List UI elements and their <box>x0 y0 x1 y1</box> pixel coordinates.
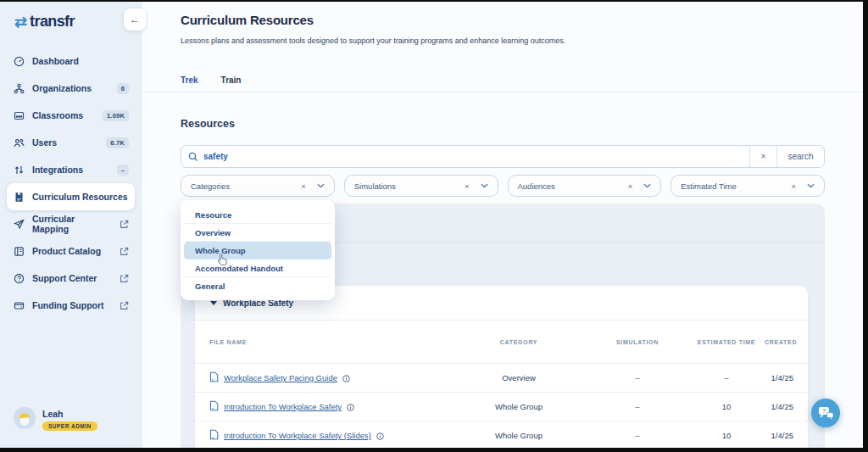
file-icon <box>209 428 219 444</box>
table-row: Workplace Safety Pacing Guide Overview –… <box>195 364 808 392</box>
avatar <box>14 407 36 432</box>
sidebar-item-label: Curricular Mapping <box>32 214 113 234</box>
frame-edge-top <box>0 0 868 2</box>
dropdown-option-resource[interactable]: Resource <box>184 206 331 224</box>
sidebar-item-label: Support Center <box>32 273 97 283</box>
dropdown-option-accomodated-handout[interactable]: Accomodated Handout <box>184 259 331 277</box>
filter-clear-icon[interactable]: × <box>301 181 306 191</box>
classrooms-icon <box>13 110 25 121</box>
sidebar-item-product-catalog[interactable]: Product Catalog <box>7 237 135 265</box>
organizations-count-badge: 6 <box>117 83 129 94</box>
cell-simulation: – <box>587 373 688 382</box>
search-input[interactable]: safety <box>203 152 228 161</box>
resources-heading: Resources <box>181 118 235 130</box>
filter-estimated-time[interactable]: Estimated Time × <box>670 175 825 197</box>
cell-category: Overview <box>451 373 587 382</box>
page-subtitle: Lessons plans and assessment tools desig… <box>181 36 565 45</box>
back-arrow-icon: ← <box>130 14 140 25</box>
cell-estimated-time: 10 <box>688 402 765 411</box>
info-icon[interactable] <box>376 428 384 444</box>
info-icon[interactable] <box>342 371 350 386</box>
tab-bar: Trek Train <box>181 75 241 85</box>
column-created: CREATED <box>765 339 797 345</box>
filter-clear-icon[interactable]: × <box>628 181 633 191</box>
cell-simulation: – <box>587 402 688 411</box>
search-clear-button[interactable]: × <box>749 146 776 167</box>
dropdown-option-general[interactable]: General <box>184 277 331 295</box>
frame-edge-bottom <box>0 448 868 452</box>
column-simulation: SIMULATION <box>587 339 688 345</box>
brand-name: transfr <box>30 13 75 31</box>
column-file-name: FILE NAME <box>209 339 451 345</box>
sidebar-item-classrooms[interactable]: Classrooms 1.09K <box>7 102 135 129</box>
user-profile[interactable]: Leah SUPER ADMIN <box>14 407 97 432</box>
sidebar-item-dashboard[interactable]: Dashboard <box>7 47 135 75</box>
user-role-badge: SUPER ADMIN <box>42 421 97 431</box>
sidebar-item-support-center[interactable]: Support Center <box>7 265 135 292</box>
cell-created: 1/4/25 <box>765 373 793 382</box>
table-row: Introduction To Workplace Safety Whole G… <box>195 393 808 421</box>
external-link-icon <box>120 301 129 310</box>
file-link[interactable]: Introduction To Workplace Safety (Slides… <box>224 431 371 440</box>
external-link-icon <box>120 247 129 256</box>
funding-support-icon <box>13 300 25 311</box>
categories-dropdown-menu: Resource Overview Whole Group Accomodate… <box>181 200 335 300</box>
sidebar-item-organizations[interactable]: Organizations 6 <box>7 75 135 102</box>
tab-trek[interactable]: Trek <box>181 75 198 85</box>
sidebar-item-funding-support[interactable]: Funding Support <box>7 292 135 319</box>
tab-train[interactable]: Train <box>221 75 242 85</box>
filter-label: Simulations <box>354 181 396 191</box>
classrooms-count-badge: 1.09K <box>103 110 129 121</box>
collapse-triangle-icon <box>210 301 217 305</box>
info-icon[interactable] <box>347 399 354 415</box>
sidebar-item-label: Users <box>32 137 57 148</box>
sidebar-item-curricular-mapping[interactable]: Curricular Mapping <box>7 210 135 237</box>
sidebar-item-integrations[interactable]: Integrations – <box>7 156 135 183</box>
column-estimated-time: ESTIMATED TIME <box>688 339 765 345</box>
file-icon <box>209 399 219 415</box>
sidebar-item-label: Classrooms <box>32 110 83 120</box>
filter-label: Audiences <box>518 181 555 191</box>
cell-created: 1/4/25 <box>765 431 793 440</box>
dashboard-icon <box>13 56 25 67</box>
chevron-down-icon <box>317 183 325 188</box>
sidebar-item-curriculum-resources[interactable]: Curriculum Resources <box>7 183 135 210</box>
chat-bubbles-icon: ? <box>818 406 834 421</box>
cell-category: Whole Group <box>451 402 587 411</box>
cell-simulation: – <box>587 431 688 440</box>
filter-clear-icon[interactable]: × <box>465 181 470 191</box>
cell-created: 1/4/25 <box>765 402 793 411</box>
help-chat-button[interactable]: ? <box>811 399 840 427</box>
file-link[interactable]: Workplace Safety Pacing Guide <box>224 373 337 382</box>
filter-label: Categories <box>191 181 230 191</box>
dropdown-option-whole-group[interactable]: Whole Group <box>184 242 331 259</box>
svg-text:?: ? <box>822 408 826 414</box>
filter-simulations[interactable]: Simulations × <box>344 175 498 197</box>
sidebar-item-label: Dashboard <box>32 56 79 66</box>
sidebar-item-label: Funding Support <box>32 300 104 310</box>
search-submit-button[interactable]: search <box>776 146 824 167</box>
cell-category: Whole Group <box>451 431 587 440</box>
brand-logo[interactable]: ⇄ transfr <box>0 2 142 31</box>
users-icon <box>13 137 25 148</box>
dropdown-option-overview[interactable]: Overview <box>184 224 331 242</box>
frame-edge-right <box>863 0 868 452</box>
external-link-icon <box>120 274 129 283</box>
sidebar-nav: Dashboard Organizations 6 Classrooms 1.0… <box>0 47 142 319</box>
sidebar: ⇄ transfr Dashboard Organizations 6 Clas… <box>0 2 142 448</box>
filter-categories[interactable]: Categories × <box>181 175 335 197</box>
results-card: Workplace Safety FILE NAME CATEGORY SIMU… <box>195 286 808 449</box>
cell-estimated-time: – <box>688 373 765 382</box>
collapse-sidebar-button[interactable]: ← <box>124 8 146 31</box>
curriculum-resources-icon <box>13 192 25 203</box>
sidebar-item-label: Product Catalog <box>32 246 101 256</box>
sidebar-item-users[interactable]: Users 6.7K <box>7 129 135 156</box>
filter-audiences[interactable]: Audiences × <box>508 175 662 197</box>
organizations-icon <box>13 83 25 94</box>
chevron-down-icon <box>643 183 651 188</box>
curricular-mapping-icon <box>13 219 25 230</box>
page-title: Curriculum Resources <box>181 13 314 27</box>
user-name: Leah <box>42 409 97 419</box>
filter-clear-icon[interactable]: × <box>791 181 796 191</box>
file-link[interactable]: Introduction To Workplace Safety <box>224 402 342 411</box>
